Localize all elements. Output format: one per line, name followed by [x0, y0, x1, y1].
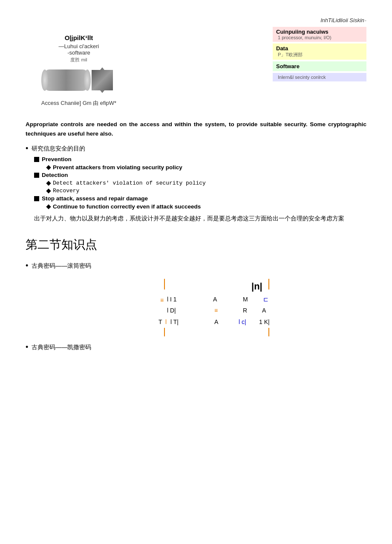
level3-item-detect2: Recovery [47, 188, 366, 194]
prevention-label: Prevention [42, 156, 72, 162]
left-subtitle2: -software [67, 49, 90, 56]
left-diagram: O|jpilK¹llt —Luhui ci'ackeri -software 度… [26, 34, 132, 107]
level2-item-prevention: Prevention [34, 156, 366, 162]
char-lt: l T| [170, 318, 179, 325]
intro-text: Appropriate controls are needed on the a… [26, 120, 366, 138]
char-a1: A [213, 296, 217, 303]
char-lc: l c| [239, 318, 246, 325]
chinese-text: 出于对人力、物力以及财力的考虑，系统设计并不是越安全越好，而是要总考虑这三方面给… [34, 214, 366, 224]
char-k: 1 K| [259, 318, 270, 325]
access-channel-label: Access Chaniie] Gm 由 efipW* [41, 99, 116, 107]
detection-label: Detection [42, 172, 68, 178]
level3-list-stop: Continue to function correctly even if a… [47, 203, 366, 210]
section2-title: 第二节知识点 [26, 237, 366, 253]
diamond-bullet-detect1 [46, 181, 51, 186]
level2-item-detection: Detection [34, 172, 366, 178]
right-panel-title: lnhTiLidlioii Siskin [273, 17, 366, 23]
detect-child2: Recovery [53, 188, 79, 194]
level2-list: Prevention Prevent attackers from violat… [34, 156, 366, 210]
level3-item-stop1: Continue to function correctly even if a… [47, 203, 366, 210]
top-bullet-text: 研究信息安全的目的 [32, 145, 85, 153]
stop-child1: Continue to function correctly even if a… [53, 203, 201, 210]
top-bullet-dot: • [26, 145, 28, 152]
main-content: Appropriate controls are needed on the a… [26, 120, 366, 352]
section2-bullet2-dot: • [26, 343, 28, 352]
info-box-data: Data P」T欧洲部 [273, 43, 366, 60]
bar-right-bottom [268, 328, 269, 336]
section2-bullet1: • 古典密码——滚筒密码 [26, 261, 366, 270]
top-section: O|jpilK¹llt —Luhui ci'ackeri -software 度… [26, 17, 366, 107]
level3-item-detect1: Detect attackers' violation of security … [47, 180, 366, 186]
square-bullet-detection [34, 173, 39, 178]
security-sub: Inlern&l secinty conlrck [276, 75, 363, 80]
top-bullet: • 研究信息安全的目的 [26, 145, 366, 153]
left-title: O|jpilK¹llt [65, 34, 93, 41]
stop-label: Stop attack, assess and repair damage [42, 195, 148, 202]
bar-left-top [164, 279, 165, 289]
char-l-orange: l [165, 318, 167, 325]
cipher-table-area: |n| ≡ l I 1 A M ⊏ l D| ≡ R A T l l T| A … [26, 279, 366, 334]
char-equiv1: ≡ [160, 297, 164, 304]
char-m: M [243, 296, 248, 303]
char-a3: A [214, 318, 218, 325]
char-n: |n| [251, 281, 262, 292]
detect-child1: Detect attackers' violation of security … [53, 180, 206, 186]
section2-bullet2: • 古典密码——凯撒密码 [26, 343, 366, 352]
cylinder-shape [45, 69, 87, 91]
section2-bullet1-dot: • [26, 261, 28, 270]
info-box-computing: Cuinpuiing nacuiws 1 processor, munuirv,… [273, 27, 366, 42]
data-title: Data [276, 45, 363, 52]
square-bullet [34, 157, 39, 162]
gear-shape [92, 67, 113, 93]
cylinder-area [45, 67, 113, 93]
char-r: R [243, 307, 247, 314]
diamond-bullet-detect2 [46, 189, 51, 194]
char-d: l D| [167, 307, 176, 314]
bullet-section: • 研究信息安全的目的 Prevention Prevent attackers… [26, 145, 366, 224]
char-a2: A [262, 307, 266, 314]
char-c1: ⊏ [263, 296, 268, 303]
diamond-bullet-stop1 [46, 205, 51, 209]
section2-bullet1-label: 古典密码——滚筒密码 [32, 262, 91, 270]
data-sub: P」T欧洲部 [276, 52, 363, 58]
left-subtitle1: —Luhui ci'ackeri [59, 43, 99, 49]
char-t: T [159, 318, 162, 325]
bar-left-bottom [164, 328, 165, 336]
diamond-bullet [46, 165, 51, 170]
right-panel: lnhTiLidlioii Siskin Cuinpuiing nacuiws … [273, 17, 366, 83]
level3-item: Prevent attackers from violating securit… [47, 164, 366, 171]
computing-title: Cuinpuiing nacuiws [276, 29, 363, 35]
bar-right-top [268, 279, 269, 289]
left-degree: 度胜 mil [70, 57, 87, 63]
level3-list-prevention: Prevent attackers from violating securit… [47, 164, 366, 171]
info-box-software: Software [273, 61, 366, 71]
info-box-security: Inlern&l secinty conlrck [273, 73, 366, 81]
char-equiv2: ≡ [214, 307, 218, 314]
level3-list-detection: Detect attackers' violation of security … [47, 180, 366, 194]
square-bullet-stop [34, 196, 39, 201]
computing-sub: 1 processor, munuirv, I/O) [276, 35, 363, 40]
section2-bullet2-label: 古典密码——凯撒密码 [32, 344, 91, 351]
software-title: Software [276, 63, 363, 69]
prevention-child: Prevent attackers from violating securit… [53, 164, 182, 171]
char-i11: l I 1 [167, 296, 177, 303]
level2-item-stop: Stop attack, assess and repair damage [34, 195, 366, 202]
